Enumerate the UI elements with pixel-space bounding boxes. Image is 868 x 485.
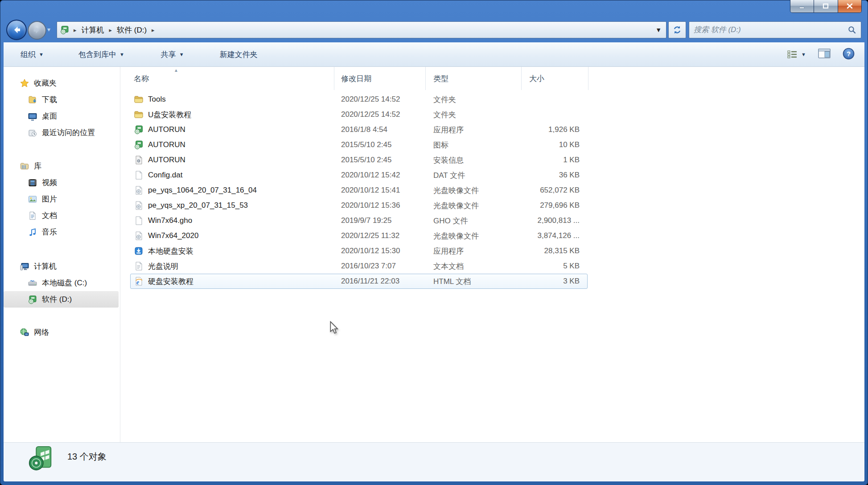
- sidebar-item[interactable]: 桌面: [4, 108, 120, 124]
- breadcrumb-computer[interactable]: 计算机: [81, 24, 105, 36]
- table-row[interactable]: Config.dat2020/10/12 15:42DAT 文件36 KB: [125, 168, 588, 183]
- refresh-icon: [672, 25, 682, 35]
- file-name: Win7x64_2020: [148, 231, 198, 240]
- app-green-icon: [134, 125, 144, 135]
- file-type: 光盘映像文件: [426, 183, 522, 198]
- sidebar-item[interactable]: 视频: [4, 174, 120, 191]
- share-button[interactable]: 共享▼: [156, 47, 189, 62]
- forward-button[interactable]: [28, 21, 46, 40]
- file-name: 硬盘安装教程: [148, 276, 193, 287]
- file-name: Config.dat: [148, 171, 183, 180]
- sidebar-item[interactable]: 最近访问的位置: [4, 124, 120, 141]
- table-row[interactable]: U盘安装教程2020/12/25 14:52文件夹: [125, 107, 588, 122]
- sidebar-section-label: 库: [34, 161, 41, 171]
- setup-info-icon: [134, 155, 144, 165]
- chevron-down-icon: ▼: [179, 52, 184, 57]
- preview-pane-button[interactable]: [818, 48, 831, 61]
- help-button[interactable]: ?: [843, 48, 855, 62]
- table-row[interactable]: pe_yqs_xp_20_07_31_15_532020/10/12 15:36…: [125, 198, 588, 213]
- search-icon[interactable]: [847, 25, 856, 34]
- sidebar-item[interactable]: 本地磁盘 (C:): [4, 275, 120, 291]
- table-row[interactable]: Win7x64_20202020/12/25 11:32光盘映像文件3,874,…: [125, 228, 588, 243]
- sidebar-section-label: 网络: [34, 327, 49, 337]
- sidebar-section-2[interactable]: 计算机: [4, 258, 120, 275]
- disc-image-icon: [134, 185, 144, 195]
- new-folder-button[interactable]: 新建文件夹: [215, 47, 262, 62]
- sidebar-item[interactable]: 图片: [4, 191, 120, 207]
- file-list-area[interactable]: ▲ 名称 修改日期 类型 大小 Tools2020/12/25 14:52文件夹…: [120, 67, 864, 442]
- back-button[interactable]: [6, 20, 27, 40]
- table-row[interactable]: Tools2020/12/25 14:52文件夹: [125, 92, 588, 107]
- music-icon: [28, 227, 37, 237]
- table-row[interactable]: 本地硬盘安装2020/10/12 15:30应用程序28,315 KB: [125, 243, 588, 259]
- svg-text:?: ?: [847, 50, 851, 58]
- file-date: 2020/12/25 14:52: [334, 92, 426, 107]
- sidebar-item-label: 桌面: [42, 111, 57, 121]
- table-row[interactable]: pe_yqs_1064_20_07_31_16_042020/10/12 15:…: [125, 183, 588, 198]
- include-in-library-button[interactable]: 包含到库中▼: [74, 47, 129, 62]
- folder-icon: [134, 95, 144, 104]
- help-icon: ?: [843, 48, 855, 60]
- explorer-window: ▾ ▸ 计算机 ▸ 软件 (D:) ▸ ▼: [0, 0, 868, 485]
- file-type: 应用程序: [426, 243, 522, 259]
- organize-button[interactable]: 组织▼: [16, 47, 48, 62]
- sidebar-section-0[interactable]: 收藏夹: [4, 75, 120, 91]
- drive-d-green-icon: [28, 295, 37, 304]
- drive-d-green-icon: [60, 25, 70, 35]
- file-type: 光盘映像文件: [426, 198, 522, 213]
- breadcrumb-arrow-icon: ▸: [152, 27, 155, 33]
- file-size: 1,926 KB: [522, 122, 588, 137]
- column-header-name[interactable]: 名称: [125, 67, 334, 90]
- preview-pane-icon: [818, 48, 831, 59]
- sidebar-item-label: 软件 (D:): [42, 294, 72, 304]
- sidebar-item[interactable]: 软件 (D:): [4, 291, 119, 308]
- breadcrumb-drive-d[interactable]: 软件 (D:): [116, 24, 148, 36]
- sidebar-section-1[interactable]: 库: [4, 158, 120, 174]
- file-date: 2020/12/25 14:52: [334, 107, 426, 122]
- file-name: AUTORUN: [148, 156, 185, 164]
- sidebar-item[interactable]: 文档: [4, 207, 120, 224]
- file-name: 光盘说明: [148, 261, 178, 271]
- sidebar-section-label: 计算机: [34, 261, 57, 271]
- table-row[interactable]: AUTORUN2015/5/10 2:45安装信息1 KB: [125, 152, 588, 168]
- file-type: 安装信息: [426, 152, 522, 168]
- history-dropdown-icon[interactable]: ▾: [47, 26, 50, 33]
- sidebar-item[interactable]: 音乐: [4, 224, 120, 240]
- file-date: 2020/10/12 15:30: [334, 243, 426, 259]
- views-button[interactable]: ▼: [787, 49, 806, 60]
- sidebar-item-label: 视频: [42, 177, 57, 188]
- file-name: Win7x64.gho: [148, 216, 192, 225]
- sidebar-item-label: 图片: [42, 194, 57, 204]
- sidebar-item-label: 文档: [42, 210, 57, 221]
- address-bar[interactable]: ▸ 计算机 ▸ 软件 (D:) ▸ ▼: [57, 21, 666, 38]
- address-dropdown-icon[interactable]: ▼: [655, 26, 662, 33]
- table-row[interactable]: 光盘说明2016/10/23 7:07文本文档5 KB: [125, 259, 588, 274]
- file-name: AUTORUN: [148, 125, 185, 134]
- search-input[interactable]: [694, 25, 847, 34]
- column-header-type[interactable]: 类型: [426, 67, 522, 90]
- html-ie-icon: e: [134, 276, 144, 286]
- desktop-icon: [28, 111, 37, 121]
- file-size: [522, 92, 588, 107]
- chevron-down-icon: ▼: [39, 52, 44, 57]
- file-date: 2016/11/21 22:03: [334, 274, 426, 289]
- table-row[interactable]: AUTORUN2015/5/10 2:45图标10 KB: [125, 137, 588, 152]
- file-type: HTML 文档: [426, 274, 522, 289]
- chevron-down-icon: ▼: [119, 52, 124, 57]
- table-row[interactable]: Win7x64.gho2019/9/7 19:25GHO 文件2,900,813…: [125, 213, 588, 228]
- table-row[interactable]: AUTORUN2016/1/8 4:54应用程序1,926 KB: [125, 122, 588, 137]
- file-type: 图标: [426, 137, 522, 152]
- column-header-size[interactable]: 大小: [522, 67, 588, 90]
- app-blue-icon: [134, 246, 144, 256]
- network-icon: [20, 328, 29, 337]
- file-date: 2015/5/10 2:45: [334, 152, 426, 168]
- file-size: 652,072 KB: [522, 183, 588, 198]
- file-name: Tools: [148, 95, 166, 104]
- column-header-date[interactable]: 修改日期: [334, 67, 426, 90]
- blank-file-icon: [134, 216, 144, 226]
- file-name: pe_yqs_xp_20_07_31_15_53: [148, 201, 248, 210]
- sidebar-item[interactable]: 下载: [4, 91, 120, 108]
- sidebar-section-3[interactable]: 网络: [4, 324, 120, 341]
- refresh-button[interactable]: [668, 21, 686, 38]
- table-row[interactable]: e硬盘安装教程2016/11/21 22:03HTML 文档3 KB: [125, 274, 588, 289]
